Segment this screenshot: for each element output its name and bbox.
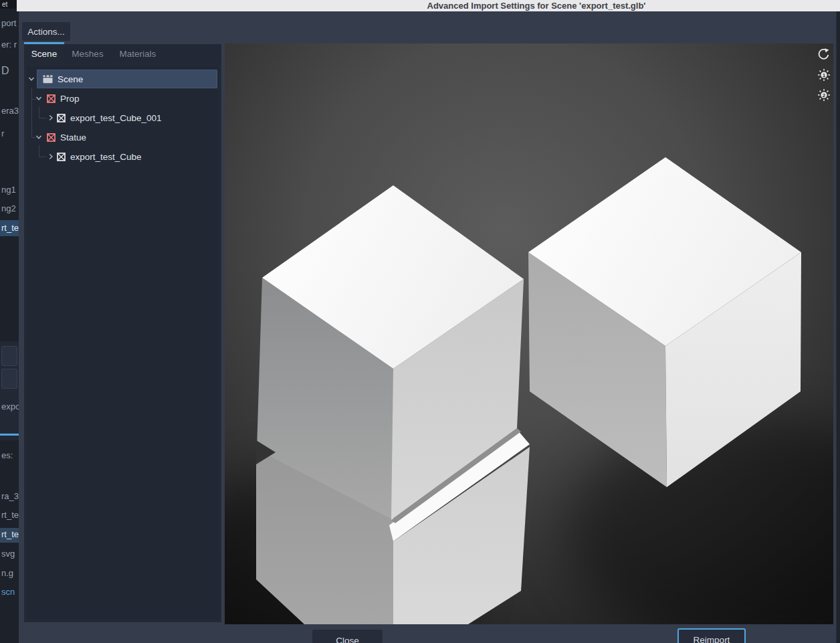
background-text: ra_3 [1, 491, 19, 502]
chevron-right-icon[interactable] [47, 153, 54, 160]
background-button [1, 369, 17, 389]
background-text: D [1, 66, 9, 76]
scene-tree: Scene Prop [27, 66, 219, 620]
tab-meshes[interactable]: Meshes [64, 44, 111, 64]
background-text: rt_te [1, 529, 19, 540]
background-text: svg [1, 549, 15, 559]
tree-label: export_test_Cube [70, 147, 142, 167]
tab-materials[interactable]: Materials [111, 44, 165, 64]
svg-text:2: 2 [823, 92, 826, 98]
light2-toggle-button[interactable]: 2 [817, 88, 831, 102]
background-text: scn [1, 587, 15, 598]
chevron-down-icon[interactable] [35, 134, 42, 141]
background-text: n.g [1, 568, 13, 579]
background-text: rt_te [1, 223, 19, 234]
chevron-down-icon[interactable] [35, 95, 42, 102]
tree-label: Statue [60, 128, 86, 147]
background-text: port [1, 18, 16, 29]
tab-scene[interactable]: Scene [24, 44, 64, 64]
background-text: es: [1, 450, 13, 461]
tree-row-cube[interactable]: export_test_Cube [27, 147, 219, 167]
tab-bar: Scene Meshes Materials [24, 44, 221, 64]
background-text: er: r [1, 39, 17, 50]
background-tab-underline [0, 434, 19, 436]
dialog-title-bar: Advanced Import Settings for Scene 'expo… [17, 0, 840, 11]
tree-row-statue[interactable]: Statue [27, 128, 219, 147]
background-tab: et [0, 0, 17, 9]
mesh-icon [56, 152, 66, 162]
background-text: expo [1, 401, 20, 412]
chevron-down-icon[interactable] [28, 76, 35, 82]
tree-label: export_test_Cube_001 [70, 108, 162, 128]
advanced-import-settings-dialog: Actions... Scene Meshes Materials [19, 11, 836, 643]
reimport-button[interactable]: Reimport [677, 628, 746, 643]
chevron-right-icon[interactable] [47, 114, 54, 121]
page-title: Advanced Import Settings for Scene 'expo… [427, 0, 646, 11]
background-editor-strip-right [836, 11, 840, 643]
light1-toggle-button[interactable]: 1 [817, 68, 831, 82]
node3d-icon [46, 94, 56, 104]
tree-row-scene[interactable]: Scene [27, 70, 219, 89]
mesh-icon [56, 113, 66, 123]
background-text: r [1, 128, 4, 139]
tree-row-prop[interactable]: Prop [27, 89, 219, 108]
close-button[interactable]: Close [312, 630, 383, 643]
background-text: rt_te [1, 510, 19, 521]
background-text: ng1 [1, 185, 16, 195]
background-button [1, 346, 17, 366]
background-text: ng2 [1, 203, 16, 214]
rotate-preview-button[interactable] [816, 48, 831, 62]
tree-row-cube-001[interactable]: export_test_Cube_001 [27, 108, 219, 128]
preview-viewport[interactable]: 1 2 [225, 43, 833, 624]
godot-editor-screen: port er: r D era3 r ng1 ng2 rt_te expo e… [0, 0, 840, 643]
scene-icon [43, 74, 53, 84]
svg-text:1: 1 [823, 72, 826, 78]
tree-label: Prop [60, 89, 80, 108]
node3d-icon [46, 132, 56, 143]
preview-3d [225, 43, 833, 624]
scene-tree-panel: Scene Prop [24, 64, 221, 622]
tree-label: Scene [58, 70, 83, 89]
actions-button[interactable]: Actions... [22, 22, 70, 41]
background-text: era3 [1, 106, 19, 116]
background-editor-strip: port er: r D era3 r ng1 ng2 rt_te expo e… [0, 0, 19, 643]
